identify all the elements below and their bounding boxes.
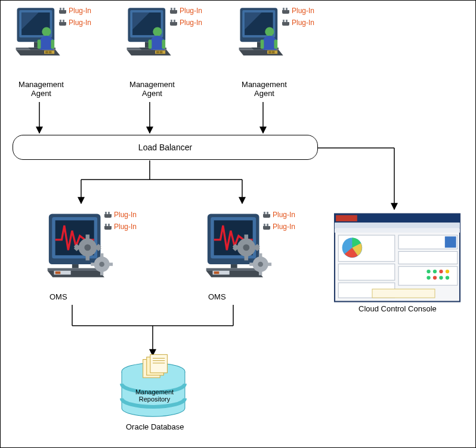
plugin-icon <box>282 20 289 26</box>
plugin-oms1b: Plug-In <box>104 223 137 231</box>
cloud-control-console <box>335 213 460 305</box>
plugin-icon <box>170 20 177 26</box>
oms-1 <box>42 208 120 291</box>
plugin-label: Plug-In <box>292 18 314 27</box>
oms-2 <box>201 208 279 291</box>
plugin-label: Plug-In <box>114 223 137 231</box>
plugin-label: Plug-In <box>180 7 202 15</box>
agent-1-caption: Management Agent <box>11 81 71 98</box>
plugin-icon <box>282 8 289 14</box>
oms-icon <box>201 208 279 289</box>
oms-1-caption: OMS <box>50 293 67 302</box>
console-caption: Cloud Control Console <box>358 305 437 314</box>
plugin-icon <box>170 8 177 14</box>
plugin-icon <box>59 8 66 14</box>
plugin-icon <box>59 20 66 26</box>
plugin-label: Plug-In <box>114 211 137 219</box>
plugin-oms2b: Plug-In <box>263 223 295 231</box>
oms-2-caption: OMS <box>208 293 226 302</box>
plugin-2b: Plug-In <box>170 18 202 27</box>
plugin-3a: Plug-In <box>282 7 314 15</box>
agent-2-caption: Management Agent <box>122 81 182 98</box>
console-screenshot-icon <box>335 213 460 302</box>
plugin-3b: Plug-In <box>282 18 314 27</box>
oms-icon <box>42 208 120 289</box>
load-balancer-label: Load Balancer <box>138 143 192 152</box>
plugin-icon <box>104 212 112 218</box>
plugin-label: Plug-In <box>180 18 202 27</box>
agent-3-caption: Management Agent <box>234 81 294 98</box>
plugin-oms1a: Plug-In <box>104 211 137 219</box>
plugin-icon <box>263 212 270 218</box>
architecture-diagram: Plug-In Plug-In Management Agent Plug-In… <box>0 0 476 448</box>
plugin-oms2a: Plug-In <box>263 211 295 219</box>
plugin-label: Plug-In <box>69 7 91 15</box>
plugin-icon <box>104 224 112 230</box>
db-caption: Oracle Database <box>126 423 184 432</box>
plugin-2a: Plug-In <box>170 7 202 15</box>
plugin-1a: Plug-In <box>59 7 91 15</box>
plugin-label: Plug-In <box>292 7 314 15</box>
plugin-icon <box>263 224 270 230</box>
load-balancer: Load Balancer <box>13 135 318 160</box>
plugin-label: Plug-In <box>69 18 91 27</box>
db-inner-label: Management Repository <box>131 388 178 403</box>
plugin-1b: Plug-In <box>59 18 91 27</box>
plugin-label: Plug-In <box>273 211 295 219</box>
plugin-label: Plug-In <box>273 223 295 231</box>
